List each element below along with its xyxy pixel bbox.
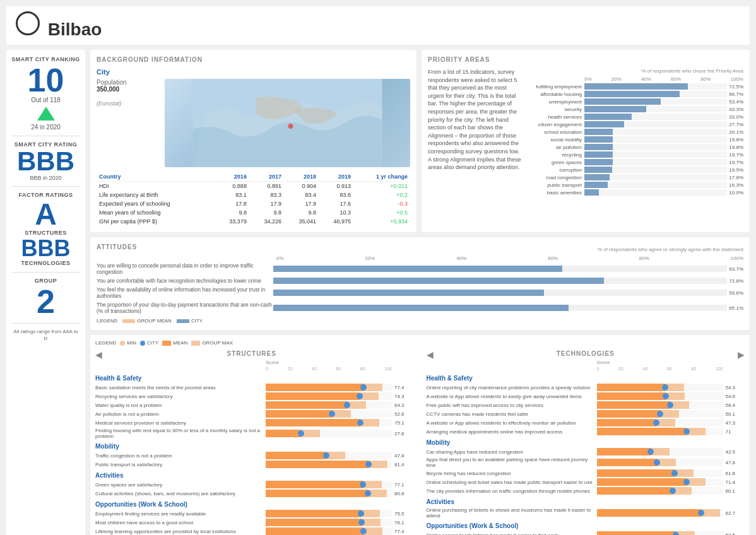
technologies-prev-arrow[interactable]: ◀ <box>427 350 434 360</box>
priority-bar-container <box>584 98 727 105</box>
factor-section-title: Opportunities (Work & School) <box>95 501 414 508</box>
legend-city-dot <box>140 341 145 346</box>
main-content: BACKGROUND INFORMATION City Population 3… <box>90 50 750 535</box>
priority-value: 19.5% <box>729 167 743 173</box>
technologies-col-title: TECHNOLOGIES <box>557 350 615 357</box>
factor-row: A website or App allows residents to eff… <box>427 419 745 426</box>
factor-score-value: 71.4 <box>726 479 741 485</box>
factor-bar-area <box>266 461 392 468</box>
factor-bar-area <box>266 452 392 459</box>
population-label: Population <box>97 79 160 86</box>
structures-header: ◀ STRUCTURES <box>95 350 414 360</box>
attitude-bar-container <box>273 290 727 296</box>
factor-row: Cultural activities (shows, bars, and mu… <box>95 490 414 497</box>
factor-row: CCTV cameras has made residents feel saf… <box>427 410 745 418</box>
factor-row-label: Free public wifi has improved access to … <box>427 403 597 408</box>
priority-bar-container <box>584 106 727 112</box>
factor-bar-area <box>266 510 392 517</box>
legend-label: LEGEND <box>97 318 117 324</box>
legend-min-item: MIN <box>120 340 136 346</box>
technologies-score-label: Score <box>427 360 745 365</box>
table-row: HDI0.8880.8910.9040.913+0.011 <box>97 182 410 191</box>
factor-row-label: Online purchasing of tickets to shows an… <box>427 507 597 519</box>
factor-bar-area <box>597 428 723 435</box>
priority-bar-container <box>584 91 727 97</box>
factor-section-title: Mobility <box>427 439 745 446</box>
attitude-row: The proportion of your day-to-day paymen… <box>97 302 743 314</box>
factor-row: Finding housing with rent equal to 30% o… <box>95 428 414 439</box>
factor-dot <box>344 402 350 408</box>
priority-bar <box>584 129 613 135</box>
factor-bar-area <box>266 519 392 526</box>
priority-bar-row: green spaces19.7% <box>528 159 743 165</box>
factor-row-label: Employment finding services are readily … <box>95 511 266 517</box>
priority-bar <box>584 91 680 97</box>
legend-city-item2: CITY <box>140 340 158 346</box>
priority-bar-container <box>584 136 727 143</box>
priority-value: 43.3% <box>729 107 743 112</box>
factor-bar-city <box>266 401 347 409</box>
factor-dot <box>683 479 690 485</box>
factor-bar-city <box>266 419 360 426</box>
priority-bars: fulfilling employment72.5%affordable hou… <box>528 83 743 196</box>
factor-score-value: 77.4 <box>394 385 410 391</box>
group-number: 2 <box>37 285 55 318</box>
factor-score-value: 71 <box>726 429 741 435</box>
factor-score-value: 47.8 <box>394 453 410 459</box>
factor-bar-area <box>597 531 723 535</box>
priority-value: 19.7% <box>729 160 743 165</box>
bg-info-title: BACKGROUND INFORMATION <box>97 56 410 63</box>
factor-score-value: 47.3 <box>726 420 741 426</box>
factor-score-value: 75.5 <box>394 511 410 517</box>
factor-dot <box>357 393 363 399</box>
factor-score-value: 77.1 <box>394 482 410 488</box>
factor-dot <box>358 519 365 526</box>
priority-bar-row: public transport16.3% <box>528 182 743 188</box>
factor-bar-area <box>597 419 723 426</box>
priority-row-label: basic amenities <box>528 190 584 196</box>
priority-bar <box>584 182 608 188</box>
factor-row-label: Online reporting of city maintenance pro… <box>427 385 597 391</box>
divider-4 <box>11 323 80 324</box>
factor-row: Free public wifi has improved access to … <box>427 401 745 409</box>
attitude-label: You are willing to concede personal data… <box>97 262 273 275</box>
factor-bar-city <box>266 481 363 488</box>
factor-dot <box>673 532 679 535</box>
factor-row-label: Public transport is satisfactory <box>95 462 266 467</box>
city-rank: 10 <box>28 64 64 97</box>
factor-bar-area <box>597 401 723 409</box>
factor-row: Green spaces are satisfactory77.1 <box>95 481 414 488</box>
structures-prev-arrow[interactable]: ◀ <box>95 350 102 360</box>
factor-row-label: CCTV cameras has made residents feel saf… <box>427 411 597 417</box>
factor-bar-city <box>597 401 671 409</box>
factor-score-value: 74.3 <box>394 394 410 399</box>
priority-bar-container <box>584 159 727 165</box>
factor-dot <box>698 510 704 516</box>
factor-bar-city <box>266 392 360 400</box>
col-header-country: Country <box>97 172 215 182</box>
factor-row: Recycling services are satisfactory74.3 <box>95 392 414 400</box>
technologies-next-arrow[interactable]: ▶ <box>738 350 745 360</box>
table-row: GNI per capita (PPP $)33,37934,22635,041… <box>97 217 410 226</box>
legend-group-mean-text: GROUP MEAN <box>137 318 172 324</box>
priority-axis: 0% 20% 40% 60% 80% 100% <box>528 76 743 82</box>
factor-score-value: 54.3 <box>726 385 741 391</box>
map-svg <box>165 79 410 167</box>
attitude-row: You feel the availability of online info… <box>97 286 743 299</box>
factor-bar-city <box>597 448 651 456</box>
attitude-value: 72.8% <box>729 278 743 284</box>
priority-bar-row: social mobility19.8% <box>528 136 743 143</box>
factor-score-value: 47.8 <box>726 460 741 466</box>
technologies-rating: BBB <box>21 237 71 260</box>
priority-bar-container <box>584 129 727 135</box>
priority-row-label: citizen engagement <box>528 122 584 127</box>
factor-dot <box>357 420 363 426</box>
factor-row: Arranging medical appointments online ha… <box>427 428 745 435</box>
country-table-body: HDI0.8880.8910.9040.913+0.011Life expect… <box>97 182 410 226</box>
factor-row: Employment finding services are readily … <box>95 510 414 517</box>
trend-arrow-up <box>37 107 55 121</box>
factor-dot <box>663 393 669 399</box>
priority-bar <box>584 151 613 158</box>
attitude-label: You are comfortable with face recognitio… <box>97 278 273 284</box>
svg-point-1 <box>288 124 293 129</box>
